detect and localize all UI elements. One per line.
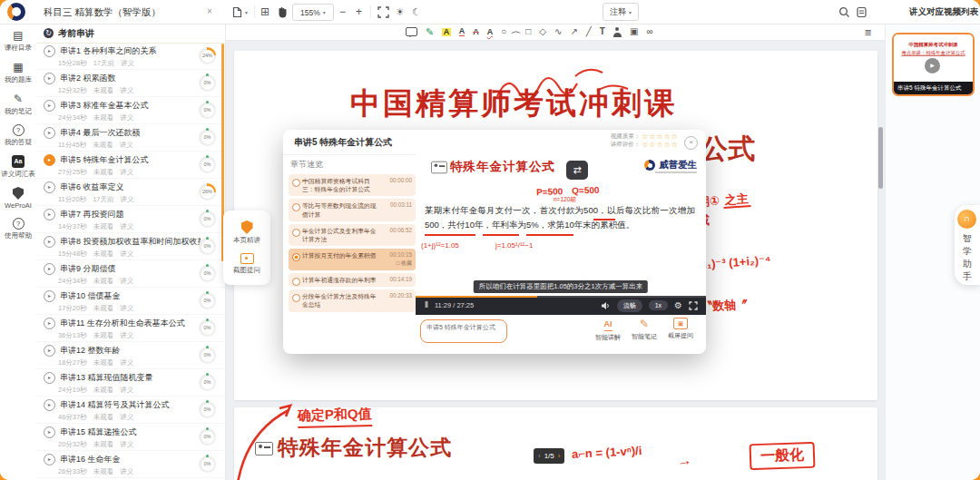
screenshot-ask-button[interactable]: 截图提问	[233, 253, 260, 275]
related-video-card[interactable]: 中国精算师考试冲刺课 考点串讲：特殊年金计算公式 ▶ 串讲5 特殊年金计算公式	[892, 33, 975, 96]
dark-mode-button[interactable]: ☾	[412, 0, 421, 24]
play-icon[interactable]: ▸	[44, 45, 55, 57]
highlight-icon[interactable]: A	[442, 28, 451, 36]
annotate-dropdown-button[interactable]: 注释 ▾	[603, 3, 639, 21]
lecture-handout-link[interactable]: 讲义	[120, 440, 133, 449]
sidebar-nav-help[interactable]: ?使用帮助	[5, 218, 32, 240]
play-icon[interactable]: ▸	[44, 127, 55, 139]
lecture-item[interactable]: ▸串讲11 生存分析和生命表基本公式36分13秒未观看讲义0%	[36, 315, 225, 342]
lecture-item[interactable]: ▸串讲1 各种利率之间的关系15分28秒17天前讲义24%	[36, 43, 225, 70]
ai-note-button[interactable]: ✎智能笔记	[632, 318, 657, 342]
player-close-icon[interactable]: ×	[684, 136, 698, 150]
lecture-item[interactable]: ▸串讲15 精算递推公式20分32秒未观看讲义0%	[36, 424, 225, 451]
chapter-radio-icon[interactable]	[292, 294, 300, 302]
lecture-handout-link[interactable]: 讲义	[120, 331, 133, 340]
document-scrollbar-thumb[interactable]	[878, 127, 883, 189]
chapter-item[interactable]: 计算年初通涨存款的年利率00:14:19	[289, 273, 416, 287]
arc-icon[interactable]: (	[512, 31, 520, 34]
lecture-item[interactable]: ▸串讲16 生命年金26分33秒未观看讲义0%	[36, 451, 225, 478]
hand-tool-button[interactable]	[277, 0, 288, 24]
lecture-handout-link[interactable]: 讲义	[120, 195, 133, 204]
chapter-item[interactable]: 计算按月支付的年金累积值00:10:15□ 收藏	[289, 249, 416, 270]
lecture-item[interactable]: ▸串讲2 积累函数12分32秒未观看讲义0%	[36, 70, 225, 97]
lecture-item[interactable]: ▸串讲10 偿债基金17分20秒未观看讲义0%	[36, 288, 225, 315]
polyline-icon[interactable]: ∿	[554, 27, 562, 36]
tab-close-icon[interactable]: ×	[207, 0, 212, 24]
play-icon[interactable]: ▸	[44, 454, 55, 465]
next-page-icon[interactable]: ›	[558, 452, 561, 460]
lecture-handout-link[interactable]: 讲义	[120, 386, 133, 395]
comment-list-icon[interactable]: ≣	[865, 24, 872, 40]
sidebar-nav-course-catalog[interactable]: ▤课程目录	[5, 29, 32, 53]
annotation-list-button[interactable]	[857, 0, 867, 24]
rectangle-icon[interactable]: □	[525, 27, 531, 36]
lecture-item[interactable]: ▸串讲7 再投资问题14分37秒未观看讲义0%	[36, 206, 225, 233]
settings-gear-icon[interactable]: ⚙	[674, 300, 682, 310]
play-icon[interactable]: ▸	[44, 399, 55, 411]
seek-bar[interactable]	[416, 296, 706, 298]
chapter-item[interactable]: 年金计算公式及变利率年金计算方法00:06:52	[289, 224, 416, 246]
chapter-radio-icon[interactable]	[292, 253, 300, 261]
play-icon[interactable]: ▸	[44, 290, 55, 302]
lecture-handout-link[interactable]: 讲义	[120, 168, 133, 177]
video-screen[interactable]: 特殊年金计算公式 ⇄ 威普爱生 P=500 Q=500 n=120期 某期末付年…	[416, 154, 706, 315]
chapter-radio-icon[interactable]	[292, 278, 300, 286]
comment-icon[interactable]	[406, 27, 417, 36]
play-icon[interactable]: ▸	[44, 236, 55, 248]
play-icon[interactable]: ▸	[44, 100, 55, 112]
lecture-handout-link[interactable]: 讲义	[120, 250, 133, 259]
zoom-in-button[interactable]: +	[356, 0, 362, 24]
chapter-item[interactable]: 等比与等差数列现金流的现值计算00:03:11	[289, 199, 416, 220]
chapter-radio-icon[interactable]	[292, 203, 300, 211]
sidebar-nav-question-bank[interactable]: ▦我的题库	[5, 61, 32, 84]
lecture-item[interactable]: ▸串讲14 精算符号及其计算公式46分37秒未观看讲义0%	[36, 397, 225, 424]
play-icon[interactable]: ▸	[44, 181, 55, 193]
fit-screen-button[interactable]	[377, 0, 389, 24]
rating-stars[interactable]: ☆☆☆☆☆	[642, 141, 679, 149]
sidebar-nav-my-qa[interactable]: ?我的答疑	[5, 124, 32, 147]
lecture-handout-link[interactable]: 讲义	[120, 413, 133, 422]
speed-select[interactable]: 1x	[649, 300, 668, 310]
sidebar-nav-my-notes[interactable]: ✎我的笔记	[5, 93, 32, 116]
lecture-handout-link[interactable]: 讲义	[120, 86, 133, 95]
line-icon[interactable]: ╱	[586, 27, 592, 36]
chapter-item[interactable]: 中国精算师资格考试科目三：特殊年金的计算公式00:00:00	[289, 174, 416, 196]
lecture-handout-link[interactable]: 讲义	[121, 59, 134, 68]
lecture-note-box[interactable]: 串讲5 特殊年金计算公式	[420, 319, 507, 343]
sidebar-nav-weproai[interactable]: WeProAI	[5, 187, 32, 210]
play-button-icon[interactable]: ▶	[925, 58, 940, 73]
screenshot-question-button[interactable]: ▣截屏提问	[668, 318, 693, 342]
page-view-button[interactable]: ▾	[232, 0, 248, 24]
pen-icon[interactable]: ✎	[426, 27, 434, 37]
chapter-radio-icon[interactable]	[292, 229, 300, 237]
lecture-item[interactable]: ▸串讲12 整数年龄18分27秒未观看讲义0%	[36, 342, 225, 369]
zoom-level-select[interactable]: 155% ▾	[292, 4, 334, 21]
polygon-icon[interactable]: ◇	[539, 27, 546, 36]
text-icon[interactable]: T	[600, 27, 605, 36]
lecture-item[interactable]: ▸串讲4 最后一次还款额11分45秒未观看讲义0%	[36, 124, 225, 152]
arrow-icon[interactable]: ↗	[570, 27, 577, 36]
brightness-button[interactable]: ☀	[396, 0, 405, 24]
play-icon[interactable]: ▸	[44, 73, 55, 84]
lecture-handout-link[interactable]: 讲义	[120, 277, 133, 286]
lecture-item[interactable]: ▸串讲3 标准年金基本公式24分34秒未观看讲义0%	[36, 97, 225, 124]
play-icon[interactable]: ▸	[44, 318, 55, 329]
quality-stars[interactable]: ☆☆☆☆☆	[642, 132, 679, 141]
lecture-handout-link[interactable]: 讲义	[120, 141, 133, 150]
quality-select[interactable]: 流畅	[617, 299, 642, 312]
lecture-item[interactable]: ▸串讲6 收益率定义11分20秒17天前讲义26%	[36, 179, 225, 206]
play-icon[interactable]: ▸	[44, 372, 55, 384]
underline-icon[interactable]: A	[459, 27, 466, 36]
lecture-item[interactable]: ▸串讲5 特殊年金计算公式27分25秒未观看讲义0%	[36, 152, 225, 179]
play-icon[interactable]: ▸	[44, 209, 55, 220]
document-tab[interactable]: 科目三 精算数学（智学版）	[44, 0, 225, 24]
stamp-icon[interactable]	[613, 27, 622, 37]
chapter-radio-icon[interactable]	[292, 179, 300, 187]
prev-page-icon[interactable]: ‹	[538, 452, 541, 460]
sidebar-nav-glossary[interactable]: Aa讲义词汇表	[1, 155, 35, 179]
ellipse-icon[interactable]: ○	[501, 27, 506, 36]
play-icon[interactable]: ▸	[44, 426, 55, 438]
lecture-handout-link[interactable]: 讲义	[120, 113, 133, 122]
page-explain-button[interactable]: 本页精讲	[233, 220, 260, 245]
volume-icon[interactable]	[601, 301, 611, 310]
